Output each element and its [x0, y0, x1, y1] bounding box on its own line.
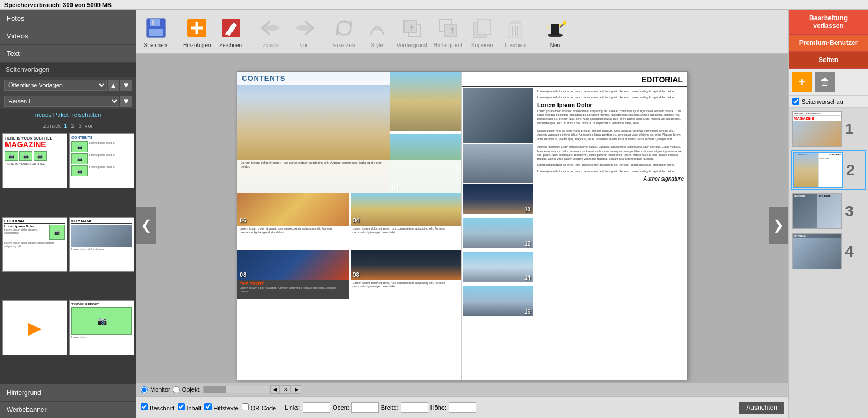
- hintergrund-tool[interactable]: Hintergrund: [432, 14, 465, 49]
- svg-rect-11: [445, 25, 457, 37]
- objekt-label: Objekt: [182, 386, 200, 393]
- page-thumb-item-3[interactable]: EDITORIAL CITY NAME 3: [791, 192, 866, 230]
- scroll-track[interactable]: [203, 386, 269, 393]
- ersetzen-label: Ersetzen: [333, 42, 355, 48]
- sidebar-videos-btn[interactable]: Videos: [0, 27, 136, 45]
- template-thumb-6[interactable]: TRAVEL REPORT 📷 Lorem ipsum: [69, 300, 134, 355]
- bottom-checkboxes: Beschnitt Inhalt Hilfstexte QR-Code: [141, 403, 276, 411]
- hilfstexte-checkbox[interactable]: [204, 403, 212, 410]
- ausrichten-btn[interactable]: Ausrichten: [739, 402, 784, 414]
- seitenvorschau-label: Seitenvorschau: [801, 98, 843, 105]
- bottom-bar: Beschnitt Inhalt Hilfstexte QR-Code Link…: [136, 396, 788, 418]
- seiten-btn[interactable]: Seiten: [789, 52, 868, 69]
- reisen-scroll-down[interactable]: ▼: [120, 96, 132, 107]
- sidebar-fotos-btn[interactable]: Fotos: [0, 10, 136, 27]
- hintergrund-icon: [435, 15, 461, 41]
- editorial-item-14-text: Lorem ipsum dolor sit amet, rurs consect…: [537, 163, 675, 166]
- right-action-row: + 🗑: [789, 69, 868, 96]
- hintergrund-btn[interactable]: Hintergrund: [0, 384, 136, 401]
- page-num-3: 3: [844, 203, 855, 220]
- sidebar-vorlagen-row: Öffentliche Vorlagen ▲ ▼: [0, 77, 136, 93]
- page-thumb-preview-3: EDITORIAL CITY NAME: [792, 193, 842, 229]
- sidebar-text-btn[interactable]: Text: [0, 45, 136, 63]
- page-thumb-item-2[interactable]: CONTENTS EDITORIAL Lorem ipsum... 2: [791, 150, 866, 190]
- style-icon: [364, 15, 390, 41]
- beschnitt-checkbox[interactable]: [141, 403, 148, 410]
- nav-page1[interactable]: 1: [64, 122, 67, 129]
- monitor-radio[interactable]: [141, 386, 148, 393]
- neu-tool[interactable]: ★ ★ Neu: [540, 14, 571, 49]
- breite-input[interactable]: [401, 402, 428, 413]
- oben-input[interactable]: [351, 402, 379, 413]
- toolbar: Speichern Hinzufügen: [136, 10, 788, 54]
- inhalt-checkbox[interactable]: [178, 403, 185, 410]
- scroll-right-btn[interactable]: ▶: [292, 385, 301, 394]
- kopieren-icon: [469, 15, 495, 41]
- vor-tool[interactable]: vor: [289, 14, 319, 49]
- oeffentliche-vorlagen-select[interactable]: Öffentliche Vorlagen: [4, 80, 107, 91]
- contents-item-06-text: Lorem ipsum dolor sit amet, rurs consect…: [240, 227, 332, 234]
- nav-page2[interactable]: 2: [71, 122, 75, 129]
- nav-vor[interactable]: vor: [85, 122, 93, 129]
- page-thumb-preview-2: CONTENTS EDITORIAL Lorem ipsum...: [793, 152, 843, 188]
- page-thumb-item-1[interactable]: HERE IS YOUR SUBTITLE MAGAZINE 1: [791, 110, 866, 148]
- template-thumb-5[interactable]: ►: [2, 300, 67, 355]
- hinzufuegen-label: Hinzufügen: [183, 42, 211, 48]
- premium-benutzer-btn[interactable]: Premium-Benutzer: [789, 35, 868, 52]
- ersetzen-tool[interactable]: Ersetzen: [329, 14, 360, 49]
- loeschen-icon: [502, 15, 528, 41]
- right-top-btns: Bearbeitung verlassen Premium-Benutzer S…: [789, 10, 868, 69]
- werbebanner-btn[interactable]: Werbebanner: [0, 401, 136, 418]
- contents-item-02-text: Lorem ipsum dolor sit amet, rurs consect…: [241, 161, 381, 169]
- page-thumb-item-4[interactable]: CITY NAME 4: [791, 232, 866, 270]
- page-thumb-preview-4: CITY NAME: [792, 233, 842, 269]
- template-thumb-1[interactable]: HERE IS YOUR SUBTITLE MAGAZINE 📷 📷 📷 HER…: [2, 133, 67, 188]
- monitor-radio-group: Monitor Objekt: [141, 386, 199, 393]
- svg-point-25: [563, 21, 566, 25]
- hinzufuegen-icon: [184, 15, 210, 41]
- kopieren-label: Kopieren: [471, 42, 493, 48]
- right-preview-checkbox: Seitenvorschau: [789, 96, 868, 108]
- editorial-title: Lorem Ipsum Dolor: [537, 102, 593, 108]
- zeichnen-tool[interactable]: Zeichnen: [215, 14, 246, 49]
- right-add-btn[interactable]: +: [792, 72, 812, 92]
- template-thumb-4[interactable]: CITY NAME Lorem ipsum dolor sit amet: [69, 217, 134, 272]
- contents-header: CONTENTS: [242, 74, 286, 82]
- top-bar: Speicherverbrauch: 300 von 5000 MB: [0, 0, 868, 10]
- hoehe-input[interactable]: [449, 402, 476, 413]
- reisen-select[interactable]: Reisen I: [4, 96, 119, 107]
- scroll-close-btn[interactable]: ✕: [281, 385, 291, 394]
- canvas-nav-left-btn[interactable]: ❮: [136, 207, 156, 244]
- oben-label: Oben:: [333, 404, 349, 411]
- svg-rect-2: [152, 20, 154, 25]
- seitenvorschau-checkbox[interactable]: [792, 98, 799, 105]
- nav-zurueck[interactable]: zurück: [43, 122, 61, 129]
- bearbeitung-verlassen-btn[interactable]: Bearbeitung verlassen: [789, 10, 868, 35]
- right-sidebar: Bearbeitung verlassen Premium-Benutzer S…: [788, 10, 868, 418]
- links-input[interactable]: [303, 402, 330, 413]
- nav-page3[interactable]: 3: [79, 122, 82, 129]
- template-thumb-2[interactable]: CONTENTS 📷 Lorem ipsum dolor sit 📷 Lorem…: [69, 133, 134, 188]
- canvas-nav-right-btn[interactable]: ❯: [769, 207, 788, 244]
- editorial-header: EDITORIAL: [642, 75, 683, 84]
- scroll-left-btn[interactable]: ◀: [270, 385, 280, 394]
- style-tool[interactable]: Style: [362, 14, 392, 49]
- speichern-tool[interactable]: Speichern: [141, 14, 172, 49]
- vordergrund-tool[interactable]: Vordergrund: [395, 14, 429, 49]
- style-label: Style: [371, 42, 383, 48]
- monitor-label: Monitor: [150, 386, 170, 393]
- kopieren-tool[interactable]: Kopieren: [467, 14, 497, 49]
- right-trash-btn[interactable]: 🗑: [815, 72, 835, 92]
- hoehe-label: Höhe:: [430, 404, 446, 411]
- loeschen-label: Löschen: [505, 42, 526, 48]
- neues-paket-link[interactable]: neues Paket freischalten: [35, 112, 101, 118]
- qr-code-checkbox[interactable]: [242, 403, 249, 410]
- vorlagen-scroll-down[interactable]: ▼: [120, 80, 132, 91]
- objekt-radio[interactable]: [173, 386, 180, 393]
- zurueck-tool[interactable]: zurück: [256, 14, 286, 49]
- hinzufuegen-tool[interactable]: Hinzufügen: [181, 14, 213, 49]
- template-thumb-3[interactable]: EDITORIAL Lorem ipsum Dolor Lorem ipsum …: [2, 217, 67, 272]
- vorlagen-scroll-up[interactable]: ▲: [108, 80, 119, 91]
- vor-label: vor: [300, 42, 308, 48]
- loeschen-tool[interactable]: Löschen: [500, 14, 530, 49]
